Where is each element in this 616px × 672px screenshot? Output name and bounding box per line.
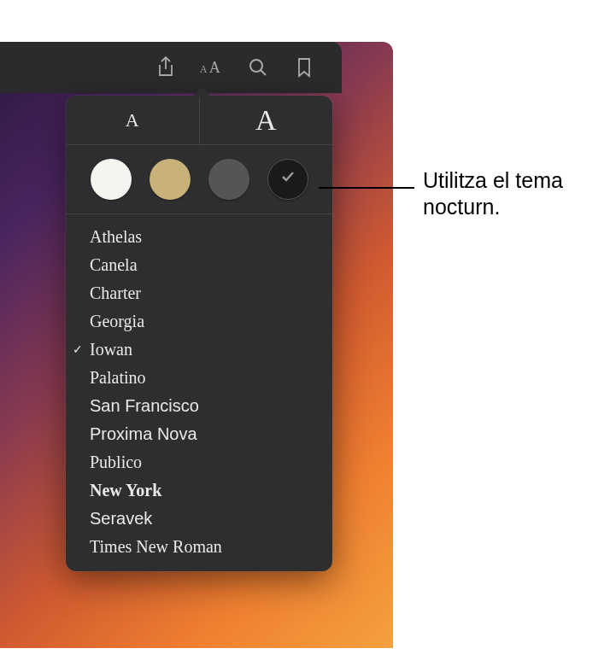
theme-night-button[interactable] bbox=[267, 159, 308, 200]
font-label: Iowan bbox=[85, 340, 132, 359]
font-label: Athelas bbox=[85, 227, 142, 247]
svg-line-3 bbox=[261, 70, 266, 75]
font-option[interactable]: ✓Iowan bbox=[66, 336, 332, 364]
font-label: Seravek bbox=[85, 509, 152, 529]
increase-text-size-button[interactable]: A bbox=[200, 96, 333, 144]
font-label: San Francisco bbox=[85, 396, 199, 416]
checkmark-icon bbox=[279, 168, 296, 190]
font-label: Palatino bbox=[85, 368, 146, 388]
font-label: Charter bbox=[85, 283, 141, 303]
svg-point-2 bbox=[250, 60, 262, 72]
font-option[interactable]: Athelas bbox=[66, 223, 332, 251]
font-label: Publico bbox=[85, 453, 142, 472]
font-option[interactable]: New York bbox=[66, 476, 332, 505]
font-option[interactable]: Canela bbox=[66, 251, 332, 279]
search-icon[interactable] bbox=[246, 56, 270, 79]
font-list: AthelasCanelaCharterGeorgia✓IowanPalatin… bbox=[66, 214, 332, 561]
font-option[interactable]: San Francisco bbox=[66, 392, 332, 420]
font-option[interactable]: Charter bbox=[66, 279, 332, 307]
text-size-row: A A bbox=[66, 96, 332, 145]
theme-sepia-button[interactable] bbox=[150, 159, 191, 200]
font-option[interactable]: Seravek bbox=[66, 505, 332, 533]
window-toolbar: A A bbox=[0, 42, 342, 93]
callout-line bbox=[319, 187, 414, 189]
font-label: Proxima Nova bbox=[85, 424, 197, 444]
checkmark-icon: ✓ bbox=[73, 342, 83, 357]
font-label: Times New Roman bbox=[85, 537, 222, 557]
theme-white-button[interactable] bbox=[91, 159, 132, 200]
font-option[interactable]: Publico bbox=[66, 448, 332, 476]
font-option[interactable]: Georgia bbox=[66, 307, 332, 336]
font-label: Canela bbox=[85, 255, 138, 275]
popover-arrow bbox=[191, 87, 212, 97]
appearance-popover: A A AthelasCanelaCharterGeorgia✓IowanPal… bbox=[66, 96, 332, 571]
font-option[interactable]: Proxima Nova bbox=[66, 420, 332, 448]
font-label: New York bbox=[85, 481, 161, 500]
font-option[interactable]: Times New Roman bbox=[66, 533, 332, 561]
decrease-text-size-button[interactable]: A bbox=[66, 96, 200, 144]
svg-text:A: A bbox=[209, 59, 220, 76]
theme-gray-button[interactable] bbox=[208, 159, 249, 200]
callout-text: Utilitza el tema nocturn. bbox=[423, 167, 616, 221]
bookmark-icon[interactable] bbox=[292, 56, 316, 79]
theme-row bbox=[66, 145, 332, 214]
text-size-icon[interactable]: A A bbox=[200, 56, 224, 79]
font-label: Georgia bbox=[85, 312, 144, 331]
font-option[interactable]: Palatino bbox=[66, 364, 332, 392]
share-icon[interactable] bbox=[154, 56, 178, 79]
svg-text:A: A bbox=[200, 64, 208, 74]
